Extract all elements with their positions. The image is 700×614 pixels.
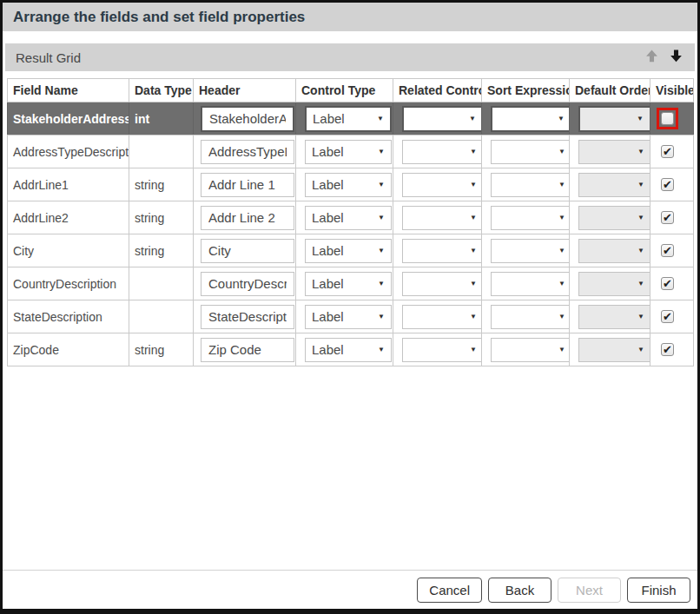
dropdown-arrow-icon: ▼ bbox=[558, 346, 565, 353]
down-arrow-icon bbox=[670, 50, 683, 65]
header-input[interactable] bbox=[201, 173, 294, 197]
related-control-select[interactable]: ▼ bbox=[402, 206, 482, 230]
dropdown-arrow-icon: ▼ bbox=[637, 313, 644, 320]
dropdown-arrow-icon: ▼ bbox=[470, 148, 477, 155]
control-type-select[interactable]: Label ▼ bbox=[305, 173, 392, 197]
column-header-related-control: Related Control bbox=[393, 79, 482, 102]
sort-expression-select[interactable]: ▼ bbox=[491, 140, 570, 164]
dropdown-arrow-icon: ▼ bbox=[637, 214, 644, 221]
dropdown-arrow-icon: ▼ bbox=[377, 115, 384, 122]
dropdown-arrow-icon: ▼ bbox=[637, 280, 644, 287]
sort-expression-select[interactable]: ▼ bbox=[491, 106, 570, 132]
sort-expression-select[interactable]: ▼ bbox=[491, 272, 570, 296]
control-type-value: Label bbox=[313, 111, 345, 126]
column-header-data-type: Data Type bbox=[129, 79, 194, 102]
dropdown-arrow-icon: ▼ bbox=[378, 280, 385, 287]
dialog-title: Arrange the fields and set field propert… bbox=[13, 9, 305, 26]
control-type-value: Label bbox=[312, 276, 344, 291]
cancel-button[interactable]: Cancel bbox=[417, 578, 482, 603]
dropdown-arrow-icon: ▼ bbox=[469, 115, 476, 122]
related-control-select[interactable]: ▼ bbox=[402, 272, 482, 296]
back-button[interactable]: Back bbox=[488, 578, 551, 603]
header-input[interactable] bbox=[201, 239, 294, 263]
visible-checkbox[interactable]: ✔ bbox=[661, 211, 674, 224]
default-order-select: ▼ bbox=[578, 239, 650, 263]
table-row[interactable]: StateDescription Label ▼ ▼ ▼ ▼ bbox=[8, 300, 694, 333]
visible-checkbox[interactable] bbox=[661, 112, 674, 125]
move-up-button[interactable] bbox=[644, 50, 660, 65]
related-control-select[interactable]: ▼ bbox=[402, 338, 482, 362]
sort-expression-select[interactable]: ▼ bbox=[491, 305, 570, 329]
finish-button[interactable]: Finish bbox=[627, 578, 690, 603]
sort-expression-select[interactable]: ▼ bbox=[491, 206, 570, 230]
table-row[interactable]: StakeholderAddressId int Label ▼ ▼ ▼ ▼ bbox=[8, 102, 694, 135]
control-type-value: Label bbox=[312, 309, 344, 324]
header-input[interactable] bbox=[201, 272, 294, 296]
related-control-select[interactable]: ▼ bbox=[402, 239, 482, 263]
header-input[interactable] bbox=[201, 140, 294, 164]
control-type-select[interactable]: Label ▼ bbox=[305, 338, 392, 362]
dropdown-arrow-icon: ▼ bbox=[378, 247, 385, 254]
column-header-header: Header bbox=[194, 79, 296, 102]
visible-checkbox[interactable]: ✔ bbox=[661, 244, 674, 257]
table-row[interactable]: AddrLine2 string Label ▼ ▼ ▼ ▼ bbox=[8, 201, 694, 234]
result-grid-label: Result Grid bbox=[16, 50, 81, 65]
header-input[interactable] bbox=[201, 305, 294, 329]
dropdown-arrow-icon: ▼ bbox=[637, 148, 644, 155]
default-order-select: ▼ bbox=[578, 338, 650, 362]
dropdown-arrow-icon: ▼ bbox=[637, 247, 644, 254]
dropdown-arrow-icon: ▼ bbox=[378, 181, 385, 188]
sort-expression-select[interactable]: ▼ bbox=[491, 173, 570, 197]
move-down-button[interactable] bbox=[668, 50, 684, 65]
header-input[interactable] bbox=[201, 206, 294, 230]
table-row[interactable]: AddressTypeDescription Label ▼ ▼ ▼ ▼ bbox=[8, 135, 694, 168]
up-arrow-icon bbox=[645, 50, 658, 65]
control-type-select[interactable]: Label ▼ bbox=[305, 305, 392, 329]
control-type-select[interactable]: Label ▼ bbox=[305, 140, 392, 164]
field-name-text: City bbox=[13, 244, 34, 258]
field-name-text: CountryDescription bbox=[13, 277, 116, 291]
visible-checkbox[interactable]: ✔ bbox=[661, 178, 674, 191]
visible-checkbox[interactable]: ✔ bbox=[661, 310, 674, 323]
visible-checkbox[interactable]: ✔ bbox=[661, 343, 674, 356]
visible-checkbox-highlight: ✔ bbox=[657, 339, 678, 360]
sort-expression-select[interactable]: ▼ bbox=[491, 338, 570, 362]
table-row[interactable]: CountryDescription Label ▼ ▼ ▼ ▼ bbox=[8, 267, 694, 300]
table-row[interactable]: City string Label ▼ ▼ ▼ ▼ bbox=[8, 234, 694, 267]
result-grid-bar: Result Grid bbox=[5, 43, 695, 71]
dropdown-arrow-icon: ▼ bbox=[470, 214, 477, 221]
default-order-select: ▼ bbox=[578, 305, 650, 329]
field-name-text: AddressTypeDescription bbox=[13, 145, 129, 159]
dropdown-arrow-icon: ▼ bbox=[558, 247, 565, 254]
visible-checkbox-highlight: ✔ bbox=[657, 174, 678, 195]
column-header-visible: Visible bbox=[650, 79, 694, 102]
control-type-select[interactable]: Label ▼ bbox=[305, 106, 392, 132]
visible-checkbox[interactable]: ✔ bbox=[661, 277, 674, 290]
dropdown-arrow-icon: ▼ bbox=[378, 148, 385, 155]
related-control-select[interactable]: ▼ bbox=[402, 173, 482, 197]
control-type-value: Label bbox=[312, 144, 344, 159]
visible-checkbox-highlight: ✔ bbox=[657, 306, 678, 327]
field-name-text: StakeholderAddressId bbox=[13, 112, 129, 126]
control-type-select[interactable]: Label ▼ bbox=[305, 206, 392, 230]
related-control-select[interactable]: ▼ bbox=[402, 106, 482, 132]
header-input[interactable] bbox=[201, 106, 294, 132]
control-type-select[interactable]: Label ▼ bbox=[305, 239, 392, 263]
next-button: Next bbox=[558, 578, 621, 603]
sort-expression-select[interactable]: ▼ bbox=[491, 239, 570, 263]
dropdown-arrow-icon: ▼ bbox=[637, 181, 644, 188]
field-properties-dialog: Arrange the fields and set field propert… bbox=[0, 0, 700, 614]
visible-checkbox-highlight: ✔ bbox=[657, 207, 678, 228]
header-input[interactable] bbox=[201, 338, 294, 362]
footer-button-bar: CancelBackNextFinish bbox=[3, 570, 697, 609]
control-type-select[interactable]: Label ▼ bbox=[305, 272, 392, 296]
table-row[interactable]: ZipCode string Label ▼ ▼ ▼ ▼ bbox=[8, 333, 694, 366]
default-order-select: ▼ bbox=[578, 206, 650, 230]
table-row[interactable]: AddrLine1 string Label ▼ ▼ ▼ ▼ bbox=[8, 168, 694, 201]
related-control-select[interactable]: ▼ bbox=[402, 140, 482, 164]
result-grid-table: Field Name Data Type Header Control Type… bbox=[7, 78, 694, 366]
visible-checkbox[interactable]: ✔ bbox=[661, 145, 674, 158]
related-control-select[interactable]: ▼ bbox=[402, 305, 482, 329]
dropdown-arrow-icon: ▼ bbox=[470, 346, 477, 353]
result-grid-body: StakeholderAddressId int Label ▼ ▼ ▼ ▼ bbox=[8, 102, 694, 366]
